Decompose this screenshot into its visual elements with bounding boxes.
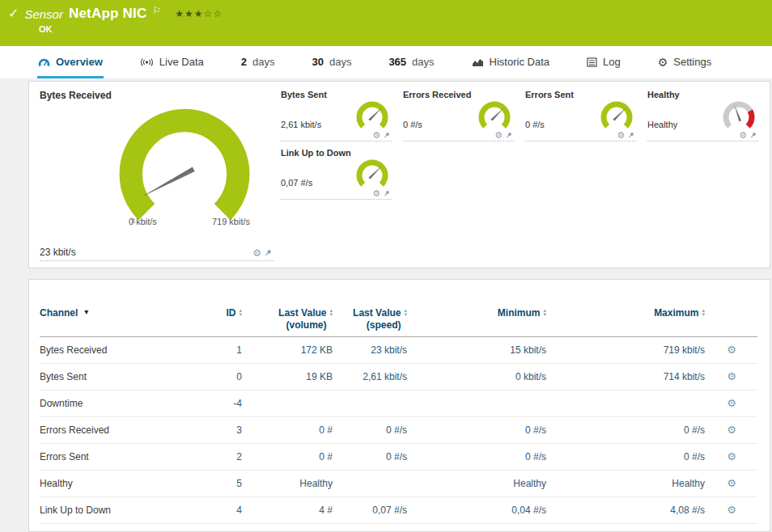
channel-settings-icon[interactable]: ⚙ xyxy=(727,450,736,462)
column-label: (volume) xyxy=(278,319,326,331)
cell-last-value-volume: 19 KB xyxy=(242,371,333,382)
gear-icon[interactable]: ⚙ xyxy=(372,189,380,198)
gauge-title: Errors Received xyxy=(403,90,514,99)
table-row: Link Up to Down 4 4 # 0,07 #/s 0,04 #/s … xyxy=(40,497,757,524)
gear-icon[interactable]: ⚙ xyxy=(494,131,503,140)
log-list-icon xyxy=(587,57,597,67)
cell-last-value-volume: 0 # xyxy=(242,451,333,462)
column-header-channel[interactable]: Channel ▾ xyxy=(40,307,169,319)
cell-minimum: 0 #/s xyxy=(407,451,546,462)
main-gauge-bytes-received: Bytes Received x̄ 0 kbit/s 719 kbit/s 23… xyxy=(40,90,274,261)
channel-settings-icon[interactable]: ⚙ xyxy=(727,477,736,489)
gauge-actions: ⚙ xyxy=(252,248,272,258)
small-gauge-link-up-to-down: Link Up to Down 0,07 #/s ⚙ xyxy=(281,148,392,200)
tab-settings[interactable]: ⚙ Settings xyxy=(657,46,713,78)
channel-settings-icon[interactable]: ⚙ xyxy=(727,504,736,516)
stars-empty: ☆☆ xyxy=(203,8,223,19)
cell-minimum: 0,04 #/s xyxy=(407,505,546,516)
gauge-title: Bytes Received xyxy=(40,90,274,101)
cell-id: 3 xyxy=(169,424,242,436)
pin-icon[interactable] xyxy=(750,132,757,139)
gauge-value: 2,61 kbit/s xyxy=(281,120,321,131)
cell-last-value-speed: 0 #/s xyxy=(333,424,407,436)
stars-filled: ★★★ xyxy=(175,8,203,19)
channels-table: Channel ▾ ID ▴▾ Last Value (volume) ▴▾ xyxy=(28,279,770,532)
tab-30-days[interactable]: 30 days xyxy=(311,46,352,78)
column-label: ID xyxy=(226,307,235,319)
cell-id: 2 xyxy=(169,451,242,462)
errors-sent-gauge xyxy=(597,100,636,131)
column-header-maximum[interactable]: Maximum ▴▾ xyxy=(546,307,705,319)
tab-number: 365 xyxy=(388,56,406,68)
cell-id: 4 xyxy=(169,505,242,516)
sort-arrows-icon: ▴▾ xyxy=(702,309,705,319)
gear-icon[interactable]: ⚙ xyxy=(372,131,380,140)
tab-2-days[interactable]: 2 days xyxy=(240,46,276,78)
pin-icon[interactable] xyxy=(506,132,512,139)
tab-label: days xyxy=(412,56,434,68)
pin-icon[interactable] xyxy=(265,249,272,257)
pin-icon[interactable] xyxy=(384,190,390,197)
pin-icon[interactable] xyxy=(628,132,634,139)
tab-historic-data[interactable]: Historic Data xyxy=(471,46,550,78)
cell-id: 5 xyxy=(169,478,242,489)
cell-channel[interactable]: Bytes Sent xyxy=(40,371,169,382)
errors-received-gauge xyxy=(475,100,514,131)
gauge-title: Link Up to Down xyxy=(281,148,392,158)
cell-channel[interactable]: Errors Sent xyxy=(40,451,169,462)
gauge-footer: 23 kbit/s ⚙ xyxy=(40,247,274,261)
tab-label: Settings xyxy=(673,56,711,68)
column-header-id[interactable]: ID ▴▾ xyxy=(169,307,242,319)
table-header-row: Channel ▾ ID ▴▾ Last Value (volume) ▴▾ xyxy=(40,307,757,337)
column-header-minimum[interactable]: Minimum ▴▾ xyxy=(407,307,546,319)
tab-live-data[interactable]: Live Data xyxy=(139,46,205,78)
column-header-last-value-speed[interactable]: Last Value (speed) ▴▾ xyxy=(333,307,407,331)
gauge-footer: ⚙ xyxy=(281,131,392,141)
tab-label: days xyxy=(252,56,274,68)
bytes-sent-gauge xyxy=(353,100,392,131)
table-row: Bytes Sent 0 19 KB 2,61 kbit/s 0 kbit/s … xyxy=(40,364,757,391)
channel-settings-icon[interactable]: ⚙ xyxy=(727,344,736,356)
gauges-panel: Bytes Received x̄ 0 kbit/s 719 kbit/s 23… xyxy=(28,81,770,268)
pin-icon[interactable] xyxy=(384,132,390,139)
priority-stars[interactable]: ★★★☆☆ xyxy=(175,8,223,19)
cell-channel[interactable]: Bytes Received xyxy=(40,344,169,356)
flag-icon[interactable]: ⚐ xyxy=(152,5,161,16)
cell-last-value-volume: 4 # xyxy=(242,505,333,516)
tab-label: Live Data xyxy=(159,56,204,68)
channel-settings-icon[interactable]: ⚙ xyxy=(727,424,736,436)
gauge-icon xyxy=(38,57,50,67)
column-label: Maximum xyxy=(654,307,698,319)
tab-bar: Overview Live Data 2 days 30 days 365 da… xyxy=(0,46,772,78)
cell-last-value-speed: 0 #/s xyxy=(333,451,407,462)
cell-channel[interactable]: Healthy xyxy=(40,478,169,489)
gear-icon[interactable]: ⚙ xyxy=(617,131,625,140)
tab-label: Overview xyxy=(56,56,103,68)
small-gauge-errors-received: Errors Received 0 #/s ⚙ xyxy=(403,90,514,141)
ok-check-icon: ✓ xyxy=(8,7,19,20)
gear-icon[interactable]: ⚙ xyxy=(739,131,747,140)
channel-settings-icon[interactable]: ⚙ xyxy=(727,370,736,382)
gauge-value: Healthy xyxy=(647,120,677,131)
gauge-scale-min: 0 kbit/s xyxy=(129,217,157,226)
table-row: Bytes Received 1 172 KB 23 kbit/s 15 kbi… xyxy=(40,337,757,364)
tab-log[interactable]: Log xyxy=(586,46,621,78)
cell-last-value-volume: Healthy xyxy=(242,478,333,489)
cell-id: 1 xyxy=(169,344,242,356)
cell-id: -4 xyxy=(169,398,242,409)
tab-365-days[interactable]: 365 days xyxy=(388,46,435,78)
tab-label: Log xyxy=(603,56,621,68)
channel-settings-icon[interactable]: ⚙ xyxy=(727,397,736,409)
cell-channel[interactable]: Errors Received xyxy=(40,424,169,436)
area-chart-icon xyxy=(472,57,484,67)
gauge-scale: 0 kbit/s 719 kbit/s xyxy=(129,217,250,226)
link-up-to-down-gauge xyxy=(353,158,392,189)
gear-icon[interactable]: ⚙ xyxy=(252,248,261,258)
sort-caret-icon: ▾ xyxy=(84,307,88,319)
column-header-last-value-volume[interactable]: Last Value (volume) ▴▾ xyxy=(242,307,333,331)
tab-overview[interactable]: Overview xyxy=(37,46,104,78)
cell-maximum: 0 #/s xyxy=(546,424,705,436)
cell-maximum: Healthy xyxy=(546,478,705,489)
cell-channel[interactable]: Link Up to Down xyxy=(40,505,169,516)
cell-channel[interactable]: Downtime xyxy=(40,398,169,409)
